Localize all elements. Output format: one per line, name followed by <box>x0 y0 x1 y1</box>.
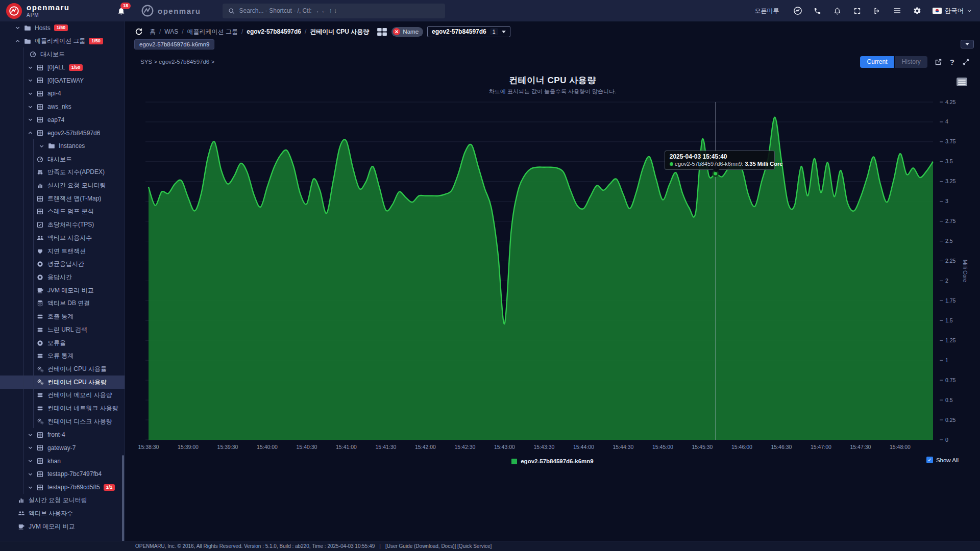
sidebar-item-testapp-7bc7497fb4[interactable]: testapp-7bc7497fb4 <box>0 467 125 481</box>
language-selector[interactable]: 한국어 <box>933 7 972 15</box>
help-icon[interactable]: ? <box>950 58 954 66</box>
menu-icon[interactable] <box>893 6 902 15</box>
sidebar-item-front-4[interactable]: front-4 <box>0 428 125 441</box>
sidebar-item-컨테이너-cpu-사용량[interactable]: 컨테이너 CPU 사용량 <box>0 375 125 389</box>
gear-icon[interactable] <box>913 6 922 15</box>
remove-filter-icon[interactable] <box>393 28 400 35</box>
logout-icon[interactable] <box>873 6 882 15</box>
sidebar-scrollbar[interactable] <box>122 455 124 541</box>
cpu-usage-chart[interactable]: 00.250.50.7511.251.51.7522.252.52.7533.2… <box>125 97 980 469</box>
sidebar-item-jvm-메모리-비교[interactable]: JVM 메모리 비교 <box>0 520 125 533</box>
sidebar-item-컨테이너-네트워크-사용량[interactable]: 컨테이너 네트워크 사용량 <box>0 402 125 415</box>
sidebar-item-액티브-사용자수[interactable]: 액티브 사용자수 <box>0 507 125 520</box>
chevron-down-icon[interactable] <box>27 444 34 451</box>
sidebar-item-초당처리수-tps-[interactable]: 초당처리수(TPS) <box>0 218 125 232</box>
sidebar-item-액티브-db-연결[interactable]: 액티브 DB 연결 <box>0 297 125 310</box>
notification-bell-button[interactable]: 18 <box>116 6 126 15</box>
svg-text:15:43:30: 15:43:30 <box>534 444 555 450</box>
show-all-checkbox[interactable]: ✓ Show All <box>926 457 959 463</box>
sidebar-item-instances[interactable]: Instances <box>0 139 125 153</box>
fullscreen-icon[interactable] <box>853 6 862 15</box>
sidebar-item-실시간-요청-모니터링[interactable]: 실시간 요청 모니터링 <box>0 179 125 192</box>
sidebar-item-컨테이너-디스크-사용량[interactable]: 컨테이너 디스크 사용량 <box>0 415 125 429</box>
sidebar-item-실시간-요청-모니터링[interactable]: 실시간 요청 모니터링 <box>0 494 125 507</box>
chevron-up-icon[interactable] <box>14 38 21 44</box>
chart-export-menu-button[interactable] <box>957 78 967 86</box>
sidebar-item-대시보드[interactable]: 대시보드 <box>0 47 125 61</box>
history-tab-button[interactable]: History <box>895 56 927 68</box>
filter-name-pill[interactable]: Name <box>391 27 423 37</box>
bell-outline-icon[interactable] <box>833 6 842 15</box>
sidebar-item-호출-통계[interactable]: 호출 통계 <box>0 310 125 323</box>
phone-icon[interactable] <box>813 6 822 15</box>
sidebar-item--0-gateway[interactable]: [0]GATEWAY <box>0 74 125 87</box>
sidebar-item-testapp-7b69cd585[interactable]: testapp-7b69cd5851/1 <box>0 481 125 494</box>
breadcrumb-item[interactable]: WAS <box>164 28 178 35</box>
sidebar-item-액티브-사용자수[interactable]: 액티브 사용자수 <box>0 232 125 245</box>
search-input[interactable] <box>239 7 439 14</box>
sidebar-item-api-4[interactable]: api-4 <box>0 87 125 101</box>
svg-text:1.25: 1.25 <box>945 337 956 343</box>
chevron-down-icon[interactable] <box>27 458 34 464</box>
sidebar-item-응답시간[interactable]: 응답시간 <box>0 271 125 284</box>
current-tab-button[interactable]: Current <box>860 56 894 68</box>
resize-icon[interactable] <box>962 58 970 66</box>
sidebar-item-오류율[interactable]: 오류율 <box>0 336 125 349</box>
breadcrumb-item[interactable]: 홈 <box>150 28 156 36</box>
openmaru-logo-icon <box>6 3 22 19</box>
instance-tag-chip[interactable]: egov2-57b84597d6-k6mn9 <box>134 39 214 49</box>
breadcrumb-item[interactable]: 컨테이너 CPU 사용량 <box>310 28 369 36</box>
breadcrumb-item[interactable]: 애플리케이션 그룹 <box>187 28 238 36</box>
open-external-icon[interactable] <box>935 58 943 66</box>
sidebar-item-애플리케이션-그룹[interactable]: 애플리케이션 그룹1/50 <box>0 35 125 48</box>
sidebar-item-컨테이너-메모리-사용량[interactable]: 컨테이너 메모리 사용량 <box>0 389 125 402</box>
sidebar-item-aws-nks[interactable]: aws_nks <box>0 100 125 113</box>
sidebar-item-대시보드[interactable]: 대시보드 <box>0 153 125 166</box>
app-logo[interactable]: openmaru APM <box>0 3 107 19</box>
chevron-down-icon[interactable] <box>27 471 34 478</box>
chart-legend[interactable]: egov2-57b84597d6-k6mn9 <box>125 458 980 464</box>
svg-text:2.75: 2.75 <box>945 218 956 224</box>
chevron-down-icon[interactable] <box>27 432 34 438</box>
sidebar-item-지연-트랜잭션[interactable]: 지연 트랜잭션 <box>0 244 125 258</box>
chevron-down-icon[interactable] <box>27 77 34 84</box>
checkbox-checked-icon[interactable]: ✓ <box>926 457 933 463</box>
sidebar-item-트랜잭션-맵-t-map-[interactable]: 트랜잭션 맵(T-Map) <box>0 192 125 205</box>
chevron-down-icon[interactable] <box>14 24 21 31</box>
sidebar-item-khan[interactable]: khan <box>0 455 125 468</box>
sidebar-item-만족도-지수-apdex-[interactable]: 만족도 지수(APDEX) <box>0 166 125 179</box>
breadcrumb-separator: / <box>305 28 306 35</box>
refresh-icon[interactable] <box>134 27 143 36</box>
sidebar-item-jvm-메모리-비교[interactable]: JVM 메모리 비교 <box>0 284 125 297</box>
breadcrumb-item[interactable]: egov2-57b84597d6 <box>247 28 301 35</box>
chevron-down-icon[interactable] <box>27 64 34 71</box>
heart-icon <box>36 247 44 255</box>
openmaru-circle-icon[interactable] <box>793 6 802 15</box>
sidebar-item-gateway-7[interactable]: gateway-7 <box>0 441 125 455</box>
chevron-up-icon[interactable] <box>27 130 34 136</box>
chevron-down-icon[interactable] <box>27 104 34 110</box>
sidebar-item-egov2-57b84597d6[interactable]: egov2-57b84597d6 <box>0 127 125 140</box>
sidebar-item-스레드-덤프-분석[interactable]: 스레드 덤프 분석 <box>0 205 125 218</box>
chart-title: 컨테이너 CPU 사용량 <box>125 74 980 86</box>
chevron-down-icon[interactable] <box>27 484 34 491</box>
selected-count-badge: 1 <box>490 28 498 35</box>
sidebar-item-평균응답시간[interactable]: 평균응답시간 <box>0 258 125 271</box>
sidebar-item-느린-url-검색[interactable]: 느린 URL 검색 <box>0 323 125 337</box>
chevron-down-icon[interactable] <box>27 116 34 123</box>
panel-collapse-button[interactable] <box>961 40 974 48</box>
footer-links[interactable]: [User Guide (Download, Docs)] [Quick Ser… <box>385 543 492 549</box>
chevron-down-icon[interactable] <box>38 143 45 149</box>
sidebar-item-eap74[interactable]: eap74 <box>0 113 125 127</box>
grid-icon <box>36 444 44 452</box>
sidebar-item-오류-통계[interactable]: 오류 통계 <box>0 349 125 363</box>
sidebar-item-label: JVM 메모리 비교 <box>47 286 94 295</box>
sidebar-item-컨테이너-cpu-사용률[interactable]: 컨테이너 CPU 사용률 <box>0 363 125 376</box>
sidebar-item--0-all[interactable]: [0]ALL1/50 <box>0 61 125 74</box>
sidebar-item-hosts[interactable]: Hosts1/50 <box>0 21 125 35</box>
sidebar-item-label: 만족도 지수(APDEX) <box>47 168 105 177</box>
show-all-label: Show All <box>936 457 959 463</box>
chevron-down-icon[interactable] <box>27 90 34 97</box>
target-select-dropdown[interactable]: egov2-57b84597d6 1 <box>427 26 510 37</box>
layout-grid-button[interactable] <box>376 27 387 36</box>
